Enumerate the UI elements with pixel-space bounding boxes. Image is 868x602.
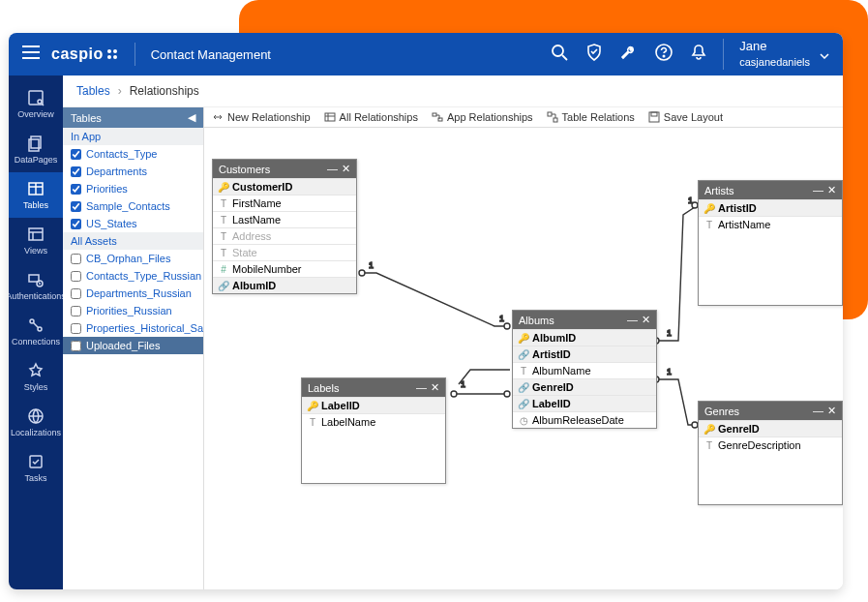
table-relations-button[interactable]: Table Relations bbox=[547, 111, 635, 123]
all-assets-list: CB_Orphan_FilesContacts_Type_RussianDepa… bbox=[63, 250, 203, 354]
bell-icon[interactable] bbox=[690, 44, 707, 65]
table-name: Departments_Russian bbox=[86, 287, 192, 299]
entity-field[interactable]: TLastName bbox=[213, 211, 356, 227]
table-checkbox[interactable] bbox=[71, 219, 81, 229]
sidebar-item-styles[interactable]: Styles bbox=[9, 354, 63, 400]
wrench-icon[interactable] bbox=[620, 44, 638, 65]
table-item[interactable]: Contacts_Type_Russian bbox=[63, 267, 203, 285]
table-item[interactable]: Uploaded_Files bbox=[63, 337, 203, 354]
sidebar-item-views[interactable]: Views bbox=[9, 218, 63, 263]
close-icon[interactable]: ✕ bbox=[642, 314, 650, 326]
sidebar-item-tasks[interactable]: Tasks bbox=[9, 445, 63, 491]
table-item[interactable]: Properties_Historical_Sales bbox=[63, 319, 203, 337]
app-relationships-button[interactable]: App Relationships bbox=[432, 111, 533, 123]
close-icon[interactable]: ✕ bbox=[827, 184, 836, 196]
table-item[interactable]: Priorities_Russian bbox=[63, 302, 203, 319]
close-icon[interactable]: ✕ bbox=[431, 381, 439, 394]
link-icon: 🔗 bbox=[519, 382, 528, 393]
entity-field[interactable]: 🔑GenreID bbox=[699, 420, 842, 436]
entity-field[interactable]: 🔗AlbumID bbox=[213, 277, 356, 293]
entity-field[interactable]: 🔑AlbumID bbox=[513, 329, 656, 346]
table-item[interactable]: CB_Orphan_Files bbox=[63, 250, 203, 267]
entity-albums[interactable]: Albums—✕ 🔑AlbumID🔗ArtistIDTAlbumName🔗Gen… bbox=[512, 310, 657, 429]
table-checkbox[interactable] bbox=[71, 149, 81, 160]
svg-rect-20 bbox=[433, 113, 436, 116]
relationship-canvas[interactable]: 1 1 1 1 1 bbox=[204, 128, 843, 589]
app-title[interactable]: Contact Management bbox=[151, 47, 271, 62]
entity-field[interactable]: 🔗ArtistID bbox=[513, 346, 656, 362]
table-item[interactable]: Priorities bbox=[63, 180, 203, 197]
entity-field[interactable]: 🔑ArtistID bbox=[699, 199, 842, 216]
minimize-icon[interactable]: — bbox=[813, 405, 823, 417]
sidebar-item-localizations[interactable]: Localizations bbox=[9, 400, 63, 445]
field-name: Address bbox=[232, 230, 271, 242]
entity-field[interactable]: 🔗LabelID bbox=[513, 395, 656, 411]
entity-field[interactable]: TState bbox=[213, 244, 356, 260]
sidebar-item-datapages[interactable]: DataPages bbox=[9, 127, 63, 172]
svg-point-30 bbox=[451, 391, 457, 397]
table-checkbox[interactable] bbox=[71, 306, 81, 316]
entity-field[interactable]: TLabelName bbox=[302, 413, 445, 430]
entity-field[interactable]: TAddress bbox=[213, 227, 356, 244]
txt-icon: T bbox=[704, 220, 714, 230]
entity-field[interactable]: TArtistName bbox=[699, 216, 842, 232]
entity-labels[interactable]: Labels—✕ 🔑LabelIDTLabelName bbox=[301, 377, 446, 484]
date-icon: ◷ bbox=[519, 415, 528, 426]
entity-field[interactable]: TGenreDescription bbox=[699, 436, 842, 453]
field-name: LabelID bbox=[532, 398, 571, 409]
entity-field[interactable]: 🔑CustomerID bbox=[213, 178, 356, 195]
sidebar-item-label: Tasks bbox=[24, 473, 46, 483]
close-icon[interactable]: ✕ bbox=[827, 405, 836, 417]
svg-text:1: 1 bbox=[667, 367, 672, 376]
table-name: Properties_Historical_Sales bbox=[86, 322, 203, 334]
table-item[interactable]: US_States bbox=[63, 215, 203, 232]
search-icon[interactable] bbox=[551, 44, 568, 65]
entity-field[interactable]: 🔗GenreID bbox=[513, 378, 656, 395]
user-name: Jane bbox=[739, 39, 810, 55]
table-item[interactable]: Contacts_Type bbox=[63, 145, 203, 163]
entity-field[interactable]: TFirstName bbox=[213, 195, 356, 211]
menu-icon[interactable] bbox=[22, 45, 40, 63]
table-checkbox[interactable] bbox=[71, 271, 81, 282]
entity-field[interactable]: 🔑LabelID bbox=[302, 397, 445, 413]
minimize-icon[interactable]: — bbox=[627, 314, 638, 326]
svg-point-16 bbox=[38, 327, 42, 331]
table-item[interactable]: Sample_Contacts bbox=[63, 197, 203, 215]
entity-title: Labels bbox=[308, 382, 339, 394]
sidebar-item-connections[interactable]: Connections bbox=[9, 309, 63, 354]
breadcrumb-root[interactable]: Tables bbox=[76, 84, 110, 98]
table-item[interactable]: Departments_Russian bbox=[63, 285, 203, 302]
table-checkbox[interactable] bbox=[71, 201, 81, 212]
chevron-down-icon[interactable] bbox=[820, 45, 829, 63]
shield-icon[interactable] bbox=[585, 44, 603, 65]
entity-field[interactable]: TAlbumName bbox=[513, 362, 656, 378]
entity-customers[interactable]: Customers—✕ 🔑CustomerIDTFirstNameTLastNa… bbox=[212, 159, 357, 294]
sidebar-item-overview[interactable]: Overview bbox=[9, 81, 63, 127]
collapse-icon[interactable]: ◀ bbox=[188, 111, 195, 124]
save-layout-button[interactable]: Save Layout bbox=[648, 111, 723, 123]
entity-field[interactable]: #MobileNumber bbox=[213, 260, 356, 277]
close-icon[interactable]: ✕ bbox=[342, 163, 350, 175]
minimize-icon[interactable]: — bbox=[416, 381, 427, 394]
table-checkbox[interactable] bbox=[71, 166, 81, 177]
sidebar-item-authentications[interactable]: Authentications bbox=[9, 263, 63, 309]
main: Tables › Relationships Tables ◀ In App C… bbox=[63, 75, 843, 589]
help-icon[interactable] bbox=[655, 44, 673, 65]
sidebar-item-tables[interactable]: Tables bbox=[9, 172, 63, 218]
user-menu[interactable]: Jane casjanedaniels bbox=[723, 39, 810, 69]
table-checkbox[interactable] bbox=[71, 184, 81, 195]
entity-field[interactable]: ◷AlbumReleaseDate bbox=[513, 411, 656, 428]
table-item[interactable]: Departments bbox=[63, 163, 203, 180]
minimize-icon[interactable]: — bbox=[813, 184, 823, 196]
new-relationship-button[interactable]: New Relationship bbox=[212, 111, 311, 123]
table-checkbox[interactable] bbox=[71, 323, 81, 334]
table-checkbox[interactable] bbox=[71, 341, 81, 351]
table-checkbox[interactable] bbox=[71, 288, 81, 299]
entity-artists[interactable]: Artists—✕ 🔑ArtistIDTArtistName bbox=[698, 180, 843, 306]
logo[interactable]: caspio bbox=[51, 45, 119, 63]
minimize-icon[interactable]: — bbox=[327, 163, 338, 175]
link-icon: 🔗 bbox=[519, 349, 528, 360]
entity-genres[interactable]: Genres—✕ 🔑GenreIDTGenreDescription bbox=[698, 401, 843, 505]
table-checkbox[interactable] bbox=[71, 254, 81, 264]
all-relationships-button[interactable]: All Relationships bbox=[324, 111, 418, 123]
